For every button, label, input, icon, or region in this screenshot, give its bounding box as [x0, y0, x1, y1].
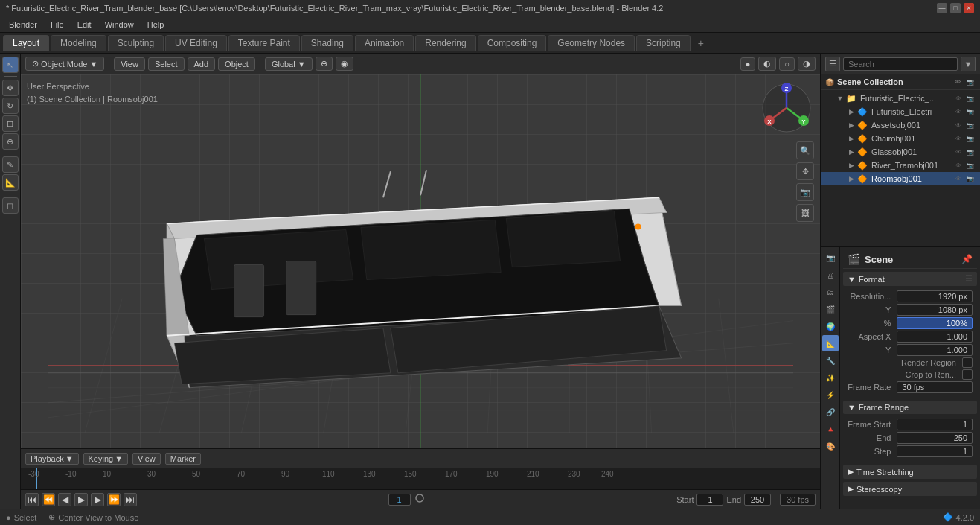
props-tab-modifier[interactable]: 🔧 [822, 352, 839, 369]
jump-start-btn[interactable]: ⏮ [25, 493, 39, 506]
tree-item-assetsobj001[interactable]: ▶ 🔶 Assetsobj001 👁 📷 [821, 118, 980, 132]
expand-arrow[interactable]: ▶ [848, 175, 855, 182]
render-btn[interactable]: 📷 [965, 106, 976, 117]
render-btn[interactable]: 📷 [965, 133, 976, 144]
viewport-overlay-btn[interactable]: ◑ [798, 57, 816, 71]
frame-end-value[interactable]: 250 [897, 432, 973, 444]
rotate-tool[interactable]: ↻ [2, 98, 19, 114]
resolution-x-value[interactable]: 1920 px [897, 290, 973, 302]
menu-blender[interactable]: Blender [3, 19, 43, 31]
tab-sculpting[interactable]: Sculpting [108, 35, 164, 51]
playhead[interactable] [36, 468, 37, 489]
proportional-edit-btn[interactable]: ◉ [336, 57, 353, 71]
tree-item-chairobj001[interactable]: ▶ 🔶 Chairobj001 👁 📷 [821, 132, 980, 145]
transform-space[interactable]: Global ▼ [265, 57, 313, 71]
frame-step-value[interactable]: 1 [897, 445, 973, 457]
viewport-shading-solid[interactable]: ● [740, 57, 756, 71]
start-frame-input[interactable]: 1 [696, 494, 723, 506]
tree-item-futuristic-electric[interactable]: ▼ 📁 Futuristic_Electric_... 👁 📷 [821, 92, 980, 105]
hide-collection-btn[interactable]: 👁 [952, 77, 963, 87]
aspect-y-value[interactable]: 1.000 [897, 344, 973, 356]
tab-scripting[interactable]: Scripting [636, 35, 691, 51]
props-tab-particles[interactable]: ✨ [822, 369, 839, 386]
marker-menu[interactable]: Marker [165, 453, 201, 465]
hide-btn[interactable]: 👁 [953, 106, 964, 117]
props-tab-object[interactable]: 📐 [822, 335, 839, 351]
time-stretch-header[interactable]: ▶ Time Stretching [843, 465, 977, 479]
jump-end-btn[interactable]: ⏭ [124, 493, 137, 506]
select-menu[interactable]: Select [148, 57, 185, 71]
restrict-collection-btn[interactable]: 📷 [965, 77, 976, 87]
expand-arrow[interactable]: ▶ [848, 135, 855, 142]
filter-icon[interactable]: ☰ [825, 57, 840, 71]
props-tab-data[interactable]: 🔺 [822, 421, 839, 437]
zoom-in-btn[interactable]: 🔍 [796, 141, 814, 159]
move-view-btn[interactable]: ✥ [796, 162, 814, 180]
expand-arrow[interactable]: ▶ [848, 121, 855, 129]
mode-selector[interactable]: ⊙ Object Mode ▼ [25, 57, 104, 71]
tab-uv-editing[interactable]: UV Editing [165, 35, 227, 51]
render-btn[interactable]: 📷 [965, 93, 976, 104]
frame-range-section-header[interactable]: ▼ Frame Range [843, 401, 977, 414]
tree-item-rivertramobj001[interactable]: ▶ 🔶 River_Tramobj001 👁 📷 [821, 159, 980, 172]
next-keyframe-btn[interactable]: ⏩ [107, 493, 121, 506]
select-tool[interactable]: ↖ [2, 57, 19, 73]
menu-file[interactable]: File [45, 19, 70, 31]
props-tab-render[interactable]: 📷 [822, 249, 839, 266]
render-btn[interactable]: 📷 [965, 120, 976, 130]
tree-item-glassobj001[interactable]: ▶ 🔶 Glassobj001 👁 📷 [821, 145, 980, 159]
measure-tool[interactable]: 📐 [2, 174, 19, 191]
props-tab-material[interactable]: 🎨 [822, 438, 839, 454]
menu-edit[interactable]: Edit [71, 19, 97, 31]
snap-btn[interactable]: ⊕ [316, 57, 333, 71]
viewport-shading-material[interactable]: ◐ [758, 57, 776, 71]
hide-btn[interactable]: 👁 [953, 133, 964, 144]
hide-btn[interactable]: 👁 [953, 160, 964, 171]
tab-modeling[interactable]: Modeling [51, 35, 106, 51]
play-btn[interactable]: ▶ [74, 493, 88, 506]
resolution-pct-value[interactable]: 100% [897, 317, 973, 329]
tree-item-futuristic-sub[interactable]: ▶ 🔷 Futuristic_Electri 👁 📷 [821, 105, 980, 118]
props-tab-world[interactable]: 🌍 [822, 318, 839, 334]
tab-rendering[interactable]: Rendering [415, 35, 475, 51]
scene-search-input[interactable] [843, 57, 958, 71]
render-btn[interactable]: 📷 [965, 160, 976, 171]
tree-item-roomsobj001[interactable]: ▶ 🔶 Roomsobj001 👁 📷 [821, 172, 980, 185]
props-tab-output[interactable]: 🖨 [822, 267, 839, 283]
expand-arrow[interactable]: ▼ [836, 95, 844, 102]
close-button[interactable]: ✕ [964, 3, 974, 13]
end-frame-input[interactable]: 250 [744, 494, 771, 506]
tab-compositing[interactable]: Compositing [478, 35, 547, 51]
expand-arrow[interactable]: ▶ [848, 108, 855, 115]
format-options-btn[interactable]: ☰ [965, 274, 973, 284]
viewport-canvas[interactable]: User Perspective (1) Scene Collection | … [21, 74, 820, 448]
current-frame-display[interactable]: 1 [388, 494, 411, 506]
frame-start-value[interactable]: 1 [897, 419, 973, 430]
viewport-shading-rendered[interactable]: ○ [779, 57, 795, 71]
hide-btn[interactable]: 👁 [953, 147, 964, 157]
tab-geometry-nodes[interactable]: Geometry Nodes [548, 35, 635, 51]
view-menu-tl[interactable]: View [132, 453, 161, 465]
hide-btn[interactable]: 👁 [953, 174, 964, 184]
timeline-track[interactable]: -30 -10 10 30 50 70 90 110 130 150 170 1… [21, 468, 820, 489]
view-options-btn[interactable]: ▼ [961, 57, 976, 71]
props-pin-btn[interactable]: 📌 [961, 254, 973, 264]
crop-checkbox[interactable] [962, 369, 973, 380]
menu-help[interactable]: Help [141, 19, 170, 31]
hide-btn[interactable]: 👁 [953, 120, 964, 130]
keying-menu[interactable]: Keying ▼ [83, 453, 129, 465]
aspect-x-value[interactable]: 1.000 [897, 331, 973, 343]
add-cube-tool[interactable]: ◻ [2, 197, 19, 214]
tab-shading[interactable]: Shading [301, 35, 353, 51]
expand-arrow[interactable]: ▶ [848, 162, 855, 169]
menu-window[interactable]: Window [99, 19, 140, 31]
tab-animation[interactable]: Animation [355, 35, 414, 51]
expand-arrow[interactable]: ▶ [848, 148, 855, 156]
resolution-y-value[interactable]: 1080 px [897, 304, 973, 316]
tab-texture-paint[interactable]: Texture Paint [228, 35, 300, 51]
render-btn[interactable]: 📷 [965, 147, 976, 157]
keyframe-btn[interactable] [414, 492, 426, 506]
playback-menu[interactable]: Playback ▼ [25, 453, 79, 465]
step-fwd-btn[interactable]: ▶ [91, 493, 104, 506]
scene-tree[interactable]: ▼ 📁 Futuristic_Electric_... 👁 📷 ▶ 🔷 Futu… [821, 90, 980, 246]
